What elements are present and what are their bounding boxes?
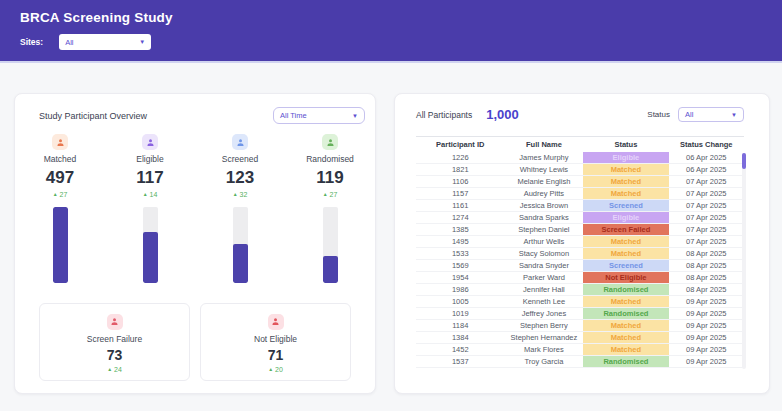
cell-status-change: 06 Apr 2025 <box>669 164 744 175</box>
cell-full-name: Stephen Berry <box>505 320 584 331</box>
cell-participant-id: 1106 <box>416 176 505 187</box>
cell-status-change: 07 Apr 2025 <box>669 176 744 187</box>
stat-card: Not Eligible 71 ▲20 <box>200 303 351 381</box>
app-title: BRCA Screening Study <box>20 10 782 25</box>
status-badge: Randomised <box>583 308 668 319</box>
cell-status-change: 08 Apr 2025 <box>669 260 744 271</box>
scrollbar-thumb[interactable] <box>742 153 746 169</box>
person-shuffle-icon <box>322 134 338 150</box>
cell-participant-id: 1821 <box>416 164 505 175</box>
column-header: Participant ID <box>416 140 505 149</box>
app-header: BRCA Screening Study Sites: All ▼ <box>0 0 782 63</box>
cell-status-change: 07 Apr 2025 <box>669 188 744 199</box>
status-badge: Matched <box>583 344 668 355</box>
stat-card: Randomised 119 ▲27 <box>285 134 375 283</box>
cell-full-name: Kenneth Lee <box>505 296 584 307</box>
column-header: Full Name <box>505 140 584 149</box>
cell-status-change: 09 Apr 2025 <box>669 296 744 307</box>
status-badge: Matched <box>583 164 668 175</box>
table-row[interactable]: 1569 Sandra Snyder Screened 08 Apr 2025 <box>416 260 744 272</box>
table-row[interactable]: 1184 Stephen Berry Matched 09 Apr 2025 <box>416 320 744 332</box>
table-header-row: Participant IDFull NameStatusStatus Chan… <box>416 136 744 152</box>
cell-status-change: 08 Apr 2025 <box>669 248 744 259</box>
cell-full-name: Audrey Pitts <box>505 188 584 199</box>
chevron-down-icon: ▼ <box>731 112 737 118</box>
person-minus-icon <box>107 314 123 330</box>
cell-full-name: Parker Ward <box>505 272 584 283</box>
cell-status-change: 07 Apr 2025 <box>669 212 744 223</box>
person-check-icon <box>142 134 158 150</box>
sites-select-value: All <box>65 38 73 47</box>
table-row[interactable]: 1954 Parker Ward Not Eligible 08 Apr 202… <box>416 272 744 284</box>
cell-participant-id: 1019 <box>416 308 505 319</box>
cell-status-change: 08 Apr 2025 <box>669 272 744 283</box>
status-badge: Matched <box>583 296 668 307</box>
stat-card: Screen Failure 73 ▲24 <box>39 303 190 381</box>
stat-label: Eligible <box>105 154 195 164</box>
column-header: Status Change <box>669 140 744 149</box>
stat-bar-fill <box>53 207 68 283</box>
column-header: Status <box>583 140 668 149</box>
table-row[interactable]: 1452 Mark Flores Matched 09 Apr 2025 <box>416 344 744 356</box>
table-row[interactable]: 1106 Melanie English Matched 07 Apr 2025 <box>416 176 744 188</box>
chevron-down-icon: ▼ <box>139 39 145 45</box>
table-row[interactable]: 1495 Arthur Wells Matched 07 Apr 2025 <box>416 236 744 248</box>
cell-participant-id: 1005 <box>416 296 505 307</box>
stat-bar <box>143 207 158 283</box>
table-row[interactable]: 1384 Stephen Hernandez Matched 09 Apr 20… <box>416 332 744 344</box>
table-row[interactable]: 1005 Kenneth Lee Matched 09 Apr 2025 <box>416 296 744 308</box>
cell-full-name: Jessica Brown <box>505 200 584 211</box>
cell-participant-id: 1157 <box>416 188 505 199</box>
cell-full-name: Jennifer Hall <box>505 284 584 295</box>
stat-delta: ▲14 <box>105 191 195 198</box>
table-row[interactable]: 1385 Stephen Daniel Screen Failed 07 Apr… <box>416 224 744 236</box>
person-search-icon <box>232 134 248 150</box>
cell-full-name: Whitney Lewis <box>505 164 584 175</box>
stat-delta: ▲32 <box>195 191 285 198</box>
status-badge: Eligible <box>583 152 668 163</box>
stat-bar-fill <box>323 256 338 283</box>
stat-label: Matched <box>15 154 105 164</box>
status-badge: Screened <box>583 260 668 271</box>
table-scrollbar[interactable] <box>742 153 746 369</box>
stat-label: Not Eligible <box>254 334 297 344</box>
stat-label: Screen Failure <box>87 334 142 344</box>
table-row[interactable]: 1821 Whitney Lewis Matched 06 Apr 2025 <box>416 164 744 176</box>
overview-panel: Study Participant Overview All Time ▼ Ma… <box>14 93 376 394</box>
stat-bar-fill <box>233 244 248 283</box>
time-filter-select[interactable]: All Time ▼ <box>273 107 365 124</box>
cell-status-change: 07 Apr 2025 <box>669 200 744 211</box>
table-row[interactable]: 1019 Jeffrey Jones Randomised 09 Apr 202… <box>416 308 744 320</box>
stat-value: 123 <box>195 168 285 188</box>
cell-status-change: 09 Apr 2025 <box>669 332 744 343</box>
table-row[interactable]: 1161 Jessica Brown Screened 07 Apr 2025 <box>416 200 744 212</box>
cell-participant-id: 1452 <box>416 344 505 355</box>
table-row[interactable]: 1226 James Murphy Eligible 06 Apr 2025 <box>416 152 744 164</box>
stat-delta: ▲27 <box>15 191 105 198</box>
status-badge: Matched <box>583 320 668 331</box>
stat-label: Randomised <box>285 154 375 164</box>
table-row[interactable]: 1986 Jennifer Hall Randomised 08 Apr 202… <box>416 284 744 296</box>
cell-participant-id: 1274 <box>416 212 505 223</box>
table-row[interactable]: 1274 Sandra Sparks Eligible 07 Apr 2025 <box>416 212 744 224</box>
status-filter-select[interactable]: All ▼ <box>678 107 744 122</box>
table-row[interactable]: 1537 Troy Garcia Randomised 09 Apr 2025 <box>416 356 744 368</box>
table-row[interactable]: 1157 Audrey Pitts Matched 07 Apr 2025 <box>416 188 744 200</box>
cell-status-change: 09 Apr 2025 <box>669 308 744 319</box>
status-badge: Screened <box>583 200 668 211</box>
cell-full-name: Stacy Solomon <box>505 248 584 259</box>
status-badge: Matched <box>583 236 668 247</box>
cell-participant-id: 1954 <box>416 272 505 283</box>
stat-delta: ▲24 <box>107 366 122 373</box>
status-filter-value: All <box>685 110 693 119</box>
stat-bar-fill <box>143 232 158 283</box>
overview-title: Study Participant Overview <box>39 111 147 121</box>
cell-participant-id: 1495 <box>416 236 505 247</box>
status-badge: Matched <box>583 248 668 259</box>
cell-full-name: Melanie English <box>505 176 584 187</box>
cell-participant-id: 1533 <box>416 248 505 259</box>
sites-select[interactable]: All ▼ <box>59 34 151 50</box>
cell-full-name: Arthur Wells <box>505 236 584 247</box>
table-row[interactable]: 1533 Stacy Solomon Matched 08 Apr 2025 <box>416 248 744 260</box>
cell-participant-id: 1226 <box>416 152 505 163</box>
